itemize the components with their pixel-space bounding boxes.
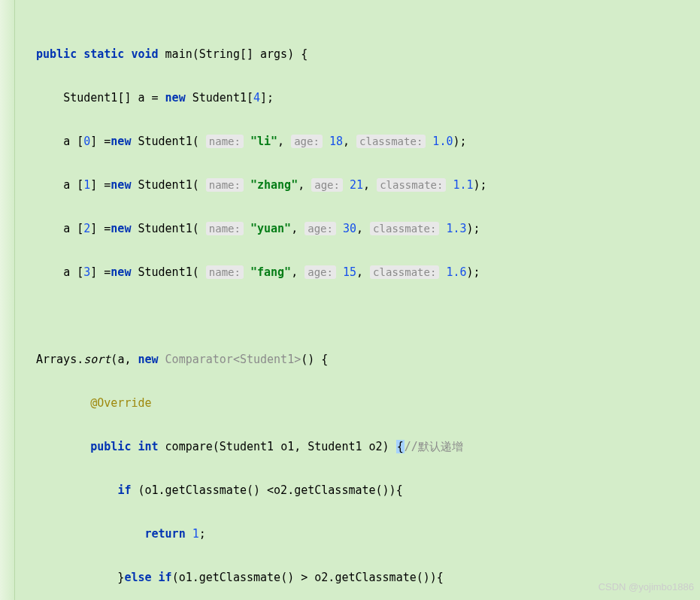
code-line: a [0] =new Student1( name: "li", age: 18… [0, 131, 700, 153]
code-editor[interactable]: public static void main(String[] args) {… [0, 0, 700, 600]
code-line [0, 305, 700, 327]
code-line: Student1[] a = new Student1[4]; [0, 87, 700, 109]
code-line: public int compare(Student1 o1, Student1… [0, 436, 700, 458]
code-line: return 1; [0, 523, 700, 545]
code-line: }else if(o1.getClassmate() > o2.getClass… [0, 567, 700, 589]
code-line: Arrays.sort(a, new Comparator<Student1>(… [0, 349, 700, 371]
code-line: a [2] =new Student1( name: "yuan", age: … [0, 218, 700, 240]
code-line: @Override [0, 392, 700, 414]
watermark: CSDN @yojimbo1886 [598, 581, 694, 592]
code-line: a [3] =new Student1( name: "fang", age: … [0, 262, 700, 283]
code-line: if (o1.getClassmate() <o2.getClassmate()… [0, 480, 700, 502]
code-line: public static void main(String[] args) { [0, 44, 700, 65]
code-line: a [1] =new Student1( name: "zhang", age:… [0, 174, 700, 196]
